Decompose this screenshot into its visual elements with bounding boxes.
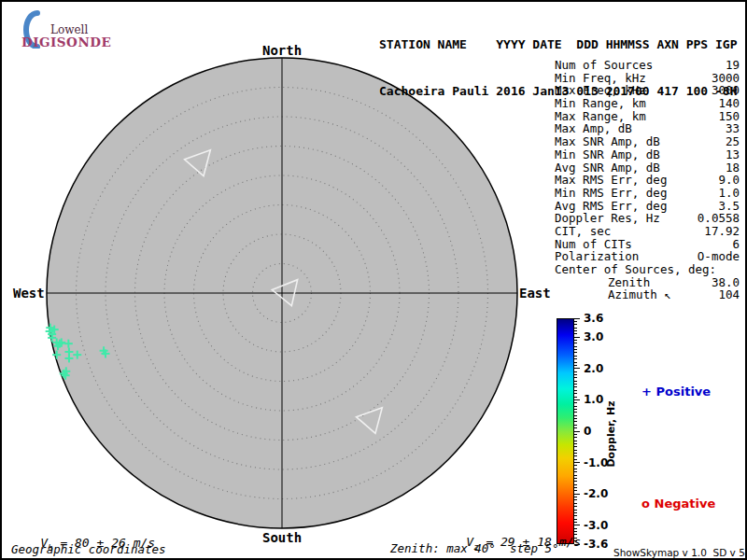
parameter-value: 3000 bbox=[712, 72, 740, 85]
parameter-row: Min Range, km140 bbox=[555, 97, 740, 110]
colorbar-tick-label: 1.0 bbox=[584, 393, 603, 406]
colorbar-tick bbox=[574, 462, 580, 463]
colorbar-tick bbox=[574, 333, 577, 334]
parameter-row: Avg RMS Err, deg3.5 bbox=[555, 200, 740, 213]
colorbar-tick bbox=[574, 365, 577, 366]
parameter-row: Num of Sources19 bbox=[555, 59, 740, 72]
parameter-label: Max RMS Err, deg bbox=[555, 174, 667, 187]
parameter-label: Zenith bbox=[608, 276, 650, 289]
parameter-label: Max SNR Amp, dB bbox=[555, 135, 660, 148]
colorbar-tick bbox=[574, 337, 580, 338]
parameter-label: Max Freq, kHz bbox=[555, 84, 646, 97]
colorbar-tick bbox=[574, 328, 577, 329]
parameter-value: 0.0558 bbox=[698, 212, 740, 225]
colorbar-tick bbox=[574, 469, 577, 469]
colorbar-tick bbox=[574, 494, 580, 495]
parameter-row: CIT, sec17.92 bbox=[555, 225, 740, 238]
parameter-label: Max Range, km bbox=[555, 110, 646, 123]
colorbar-tick bbox=[574, 393, 577, 394]
colorbar-tick bbox=[574, 384, 577, 385]
parameter-value: 1.0 bbox=[718, 187, 740, 200]
colorbar-tick bbox=[574, 499, 577, 500]
parameter-label: Doppler Res, Hz bbox=[555, 212, 660, 225]
colorbar-tick bbox=[574, 465, 577, 466]
parameter-value: 25 bbox=[726, 135, 740, 148]
colorbar-tick bbox=[574, 343, 577, 343]
plus-symbol-icon: + bbox=[641, 385, 652, 399]
legend-negative: o Negative bbox=[625, 483, 715, 525]
colorbar-tick bbox=[574, 487, 577, 488]
parameter-row: Max Amp, dB33 bbox=[555, 122, 740, 135]
colorbar-tick bbox=[574, 484, 577, 485]
parameter-row: Max RMS Err, deg9.0 bbox=[555, 174, 740, 187]
station-header-columns: STATION NAME YYYY DATE DDD HHMMSS AXN PP… bbox=[379, 37, 738, 53]
parameter-row: Max Range, km150 bbox=[555, 110, 740, 123]
parameter-row: Min Freq, kHz3000 bbox=[555, 72, 740, 85]
colorbar-tick bbox=[574, 471, 577, 472]
colorbar: 3.63.02.01.00-1.0-2.0-3.0-3.6 bbox=[557, 318, 631, 546]
parameter-row: Doppler Res, Hz0.0558 bbox=[555, 212, 740, 225]
parameter-row: Min RMS Err, deg1.0 bbox=[555, 187, 740, 200]
colorbar-tick bbox=[574, 415, 577, 416]
colorbar-tick bbox=[574, 453, 577, 454]
colorbar-tick bbox=[574, 434, 577, 435]
colorbar-tick bbox=[574, 497, 577, 497]
colorbar-tick bbox=[574, 503, 577, 504]
legend-positive: + Positive bbox=[625, 371, 711, 413]
colorbar-tick-label: -3.6 bbox=[584, 538, 608, 551]
parameter-row: Min SNR Amp, dB13 bbox=[555, 148, 740, 161]
parameter-row: Azimuth ↖104 bbox=[555, 288, 740, 301]
colorbar-tick bbox=[574, 368, 580, 369]
colorbar-tick bbox=[574, 425, 577, 426]
colorbar-tick-label: -2.0 bbox=[584, 487, 608, 500]
parameter-row: Max Freq, kHz3000 bbox=[555, 84, 740, 97]
circle-symbol-icon: o bbox=[641, 497, 650, 511]
colorbar-tick bbox=[574, 481, 577, 482]
parameter-value: 18 bbox=[726, 161, 740, 175]
colorbar-tick bbox=[574, 510, 577, 511]
parameter-list: Num of Sources19Min Freq, kHz3000Max Fre… bbox=[555, 59, 740, 301]
colorbar-tick bbox=[574, 352, 577, 353]
colorbar-tick-label: -3.0 bbox=[584, 519, 608, 532]
parameter-row: PolarizationO-mode bbox=[555, 250, 740, 263]
colorbar-tick bbox=[574, 397, 577, 398]
colorbar-tick bbox=[574, 515, 577, 516]
colorbar-tick bbox=[574, 406, 577, 407]
colorbar-tick bbox=[574, 475, 577, 476]
parameter-label: Max Amp, dB bbox=[555, 122, 632, 135]
colorbar-tick bbox=[574, 330, 577, 331]
parameter-row: Avg SNR Amp, dB18 bbox=[555, 161, 740, 175]
colorbar-tick bbox=[574, 490, 577, 491]
colorbar-tick bbox=[574, 340, 577, 341]
zenith-range-note: Zenith: max 40° step 5° bbox=[390, 541, 559, 555]
parameter-value: 13 bbox=[726, 148, 740, 161]
logo-digisonde-text: DIGISONDE bbox=[21, 35, 111, 49]
colorbar-tick bbox=[574, 455, 577, 456]
colorbar-tick bbox=[574, 412, 577, 413]
parameter-label: CIT, sec bbox=[555, 225, 611, 238]
parameter-row: Num of CITs6 bbox=[555, 238, 740, 251]
colorbar-tick bbox=[574, 446, 577, 447]
parameter-row: Zenith38.0 bbox=[555, 276, 740, 289]
parameter-value: 17.92 bbox=[704, 225, 740, 238]
colorbar-gradient bbox=[557, 318, 574, 544]
colorbar-tick bbox=[574, 371, 577, 372]
parameter-value: 140 bbox=[718, 97, 740, 110]
parameter-row: Center of Sources, deg: bbox=[555, 263, 740, 276]
lowell-digisonde-logo: Lowell DIGISONDE bbox=[7, 6, 129, 49]
colorbar-tick bbox=[574, 519, 577, 520]
legend-positive-label: Positive bbox=[656, 385, 712, 399]
colorbar-tick bbox=[574, 506, 577, 507]
colorbar-tick bbox=[574, 374, 577, 375]
colorbar-tick bbox=[574, 418, 577, 419]
parameter-label: Min Range, km bbox=[555, 97, 646, 110]
colorbar-tick bbox=[574, 409, 577, 410]
parameter-label: Center of Sources, deg: bbox=[555, 263, 716, 276]
colorbar-tick bbox=[574, 421, 577, 422]
parameter-value: 3.5 bbox=[718, 200, 740, 213]
colorbar-tick bbox=[574, 381, 577, 382]
parameter-value: 150 bbox=[718, 110, 740, 123]
showskymap-window: Lowell DIGISONDE STATION NAME YYYY DATE … bbox=[0, 0, 747, 560]
parameter-value: 6 bbox=[732, 238, 740, 251]
parameter-label: Polarization bbox=[555, 250, 639, 263]
